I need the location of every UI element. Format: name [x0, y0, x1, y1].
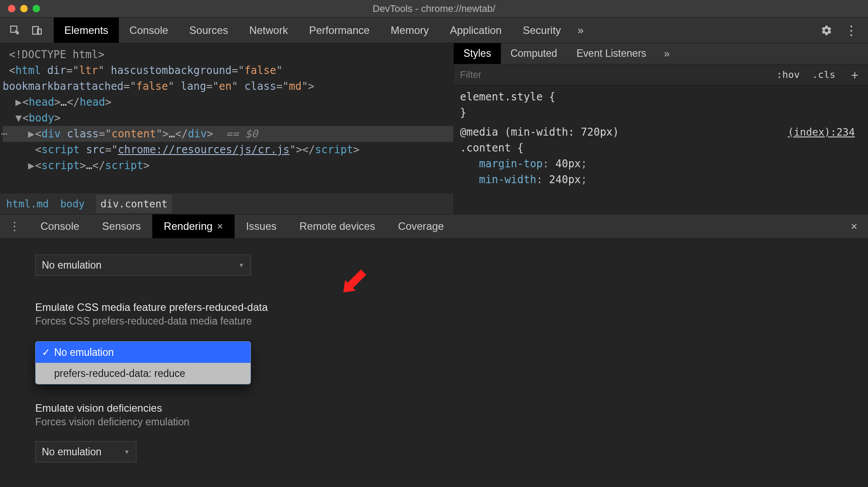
window-titlebar: DevTools - chrome://newtab/ — [0, 0, 868, 18]
tab-network[interactable]: Network — [239, 18, 298, 43]
select-value: No emulation — [42, 259, 102, 271]
tab-label: Memory — [391, 24, 429, 37]
tab-label: Performance — [309, 24, 369, 37]
styles-panel: Styles Computed Event Listeners » :hov .… — [453, 43, 868, 214]
tab-label: Event Listeners — [577, 48, 647, 59]
more-tabs-chevron-icon[interactable]: » — [571, 18, 589, 43]
drawer-tabs: ⋮ Console Sensors Rendering× Issues Remo… — [0, 214, 868, 239]
tab-label: Sources — [189, 24, 228, 37]
section-heading: Emulate vision deficiencies — [35, 402, 868, 414]
breadcrumb-item[interactable]: body — [60, 198, 85, 210]
script-src-link[interactable]: chrome://resources/js/cr.js — [118, 144, 290, 156]
styles-filter-input[interactable] — [454, 64, 770, 85]
rule-selector: .content { — [460, 140, 862, 156]
elements-breadcrumb: html.md body div.content — [0, 193, 453, 214]
selected-eq0: == $0 — [226, 128, 257, 140]
section-heading: Emulate CSS media feature prefers-reduce… — [35, 301, 868, 314]
tab-label: Elements — [64, 24, 108, 37]
generic-emulation-select[interactable]: No emulation ▼ — [35, 255, 251, 276]
prefers-reduced-data-select-open[interactable]: ✓ No emulation prefers-reduced-data: red… — [35, 341, 251, 384]
styles-tabs: Styles Computed Event Listeners » — [454, 43, 868, 64]
tab-elements[interactable]: Elements — [54, 18, 119, 43]
drawer-menu-icon[interactable]: ⋮ — [0, 214, 29, 238]
kebab-menu-icon[interactable]: ⋮ — [845, 24, 857, 37]
device-toolbar-icon[interactable] — [31, 24, 43, 37]
tab-performance[interactable]: Performance — [298, 18, 380, 43]
vision-deficiency-select[interactable]: No emulation ▼ — [35, 441, 136, 462]
tab-label: Rendering — [164, 220, 213, 232]
css-value[interactable]: 240px — [549, 173, 581, 186]
dropdown-caret-icon: ▼ — [238, 262, 244, 269]
gutter-dots-icon: ⋯ — [1, 126, 8, 142]
mac-traffic-lights — [8, 5, 40, 12]
select-option[interactable]: prefers-reduced-data: reduce — [36, 363, 250, 384]
settings-gear-icon[interactable] — [820, 24, 833, 37]
close-window-icon[interactable] — [8, 5, 15, 12]
collapse-triangle-icon[interactable]: ▼ — [15, 110, 22, 126]
tab-label: Console — [129, 24, 168, 37]
tab-label: Coverage — [398, 220, 444, 232]
drawer-tab-issues[interactable]: Issues — [235, 214, 288, 238]
more-tabs-chevron-icon[interactable]: » — [656, 43, 677, 64]
dom-source[interactable]: <!DOCTYPE html> <html dir="ltr" hascusto… — [0, 43, 453, 193]
drawer-tab-rendering[interactable]: Rendering× — [152, 214, 235, 238]
tab-label: Network — [249, 24, 288, 37]
select-value: No emulation — [42, 446, 102, 458]
zoom-window-icon[interactable] — [33, 5, 40, 12]
tab-label: Issues — [246, 220, 276, 232]
expand-triangle-icon[interactable]: ▶ — [28, 126, 35, 142]
select-option[interactable]: ✓ No emulation — [36, 342, 250, 363]
hov-toggle[interactable]: :hov — [770, 69, 806, 80]
css-property[interactable]: margin-top — [479, 158, 543, 170]
expand-triangle-icon[interactable]: ▶ — [28, 158, 35, 173]
tab-label: Security — [523, 24, 561, 37]
breadcrumb-item[interactable]: html.md — [6, 198, 49, 210]
styles-rules[interactable]: element.style { } @media (min-width: 720… — [454, 85, 868, 191]
expand-triangle-icon[interactable]: ▶ — [15, 94, 22, 110]
cls-toggle[interactable]: .cls — [806, 69, 842, 80]
section-description: Forces vision deficiency emulation — [35, 416, 868, 428]
tab-event-listeners[interactable]: Event Listeners — [567, 43, 656, 64]
section-description: Forces CSS prefers-reduced-data media fe… — [35, 315, 868, 327]
option-label: prefers-reduced-data: reduce — [54, 368, 185, 380]
new-style-rule-icon[interactable]: ＋ — [842, 66, 868, 83]
elements-dom-panel: <!DOCTYPE html> <html dir="ltr" hascusto… — [0, 43, 453, 214]
tab-label: Application — [450, 24, 501, 37]
annotation-arrow-icon — [335, 262, 374, 301]
styles-filter-row: :hov .cls ＋ — [454, 64, 868, 85]
rendering-panel: No emulation ▼ Emulate CSS media feature… — [0, 239, 868, 487]
tab-label: Styles — [463, 48, 491, 59]
close-tab-icon[interactable]: × — [217, 220, 223, 232]
element-style-close: } — [460, 105, 862, 121]
drawer-close-icon[interactable]: × — [840, 214, 868, 238]
drawer-tab-sensors[interactable]: Sensors — [91, 214, 152, 238]
minimize-window-icon[interactable] — [20, 5, 28, 12]
breadcrumb-item[interactable]: div.content — [96, 195, 172, 213]
drawer-tab-coverage[interactable]: Coverage — [386, 214, 455, 238]
css-value[interactable]: 40px — [555, 158, 581, 170]
tab-label: Console — [40, 220, 79, 232]
element-style-selector: element.style { — [460, 89, 862, 105]
tab-application[interactable]: Application — [439, 18, 512, 43]
dropdown-caret-icon: ▼ — [124, 448, 130, 455]
css-property[interactable]: min-width — [479, 173, 536, 186]
tab-label: Remote devices — [299, 220, 375, 232]
tab-sources[interactable]: Sources — [179, 18, 239, 43]
drawer-tab-console[interactable]: Console — [29, 214, 91, 238]
tab-label: Sensors — [102, 220, 141, 232]
source-link[interactable]: (index):234 — [788, 124, 855, 140]
tab-console[interactable]: Console — [119, 18, 179, 43]
media-query: @media (min-width: 720px) — [460, 126, 619, 138]
tab-security[interactable]: Security — [512, 18, 572, 43]
doctype-line: <!DOCTYPE html> — [9, 48, 104, 61]
tab-label: Computed — [511, 48, 557, 59]
tab-styles[interactable]: Styles — [454, 43, 501, 64]
tab-computed[interactable]: Computed — [501, 43, 567, 64]
window-title: DevTools - chrome://newtab/ — [0, 3, 868, 15]
inspect-icon[interactable] — [9, 24, 21, 37]
prefers-reduced-data-section: Emulate CSS media feature prefers-reduce… — [35, 301, 868, 384]
checkmark-icon: ✓ — [42, 347, 50, 358]
drawer-tab-remote-devices[interactable]: Remote devices — [288, 214, 386, 238]
tab-memory[interactable]: Memory — [380, 18, 440, 43]
selected-dom-node[interactable]: ⋯ ▶<div class="content">…</div> == $0 — [3, 126, 453, 142]
